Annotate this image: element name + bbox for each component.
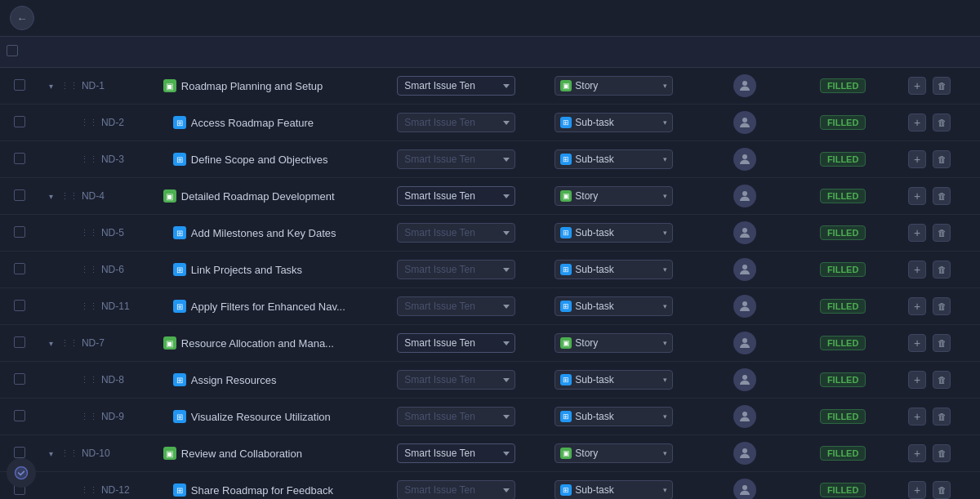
add-button[interactable]: + [908, 334, 926, 352]
row-checkbox[interactable] [14, 447, 25, 458]
drag-handle: ⋮⋮ [60, 191, 78, 202]
delete-button[interactable]: 🗑 [933, 187, 951, 205]
type-icon-subtask: ⊞ [173, 116, 186, 129]
row-checkbox[interactable] [14, 300, 25, 311]
project-select[interactable]: Smart Issue Ten [397, 480, 515, 499]
row-checkbox[interactable] [14, 226, 25, 238]
drag-handle: ⋮⋮ [60, 448, 78, 459]
back-button[interactable]: ← [10, 6, 34, 30]
avatar[interactable] [733, 479, 756, 499]
issue-type-selector[interactable]: ▣ Story ▾ [555, 186, 673, 206]
add-button[interactable]: + [908, 408, 926, 425]
issue-type-selector[interactable]: ⊞ Sub-task ▾ [555, 480, 673, 499]
delete-button[interactable]: 🗑 [933, 408, 951, 425]
node-id: ND-4 [82, 190, 105, 202]
add-button[interactable]: + [908, 187, 926, 205]
summary-text: Add Milestones and Key Dates [191, 227, 336, 239]
avatar-icon [737, 115, 752, 130]
avatar[interactable] [733, 258, 756, 281]
chevron-down-icon: ▾ [663, 412, 667, 421]
add-button[interactable]: + [908, 297, 926, 315]
table-row: ⋮⋮ ND-6 ⊞ Link Projects and Tasks Smart … [0, 252, 980, 288]
row-checkbox[interactable] [14, 263, 25, 274]
svg-point-0 [742, 81, 747, 86]
project-select[interactable]: Smart Issue Ten [397, 113, 515, 132]
issue-type-label: Sub-task [575, 117, 660, 128]
issue-type-selector[interactable]: ⊞ Sub-task ▾ [555, 407, 673, 426]
add-button[interactable]: + [908, 371, 926, 389]
avatar[interactable] [733, 185, 756, 207]
delete-button[interactable]: 🗑 [933, 224, 951, 242]
drag-handle: ⋮⋮ [80, 265, 98, 275]
delete-button[interactable]: 🗑 [933, 334, 951, 352]
avatar[interactable] [733, 368, 756, 391]
avatar[interactable] [733, 74, 756, 97]
row-checkbox[interactable] [14, 153, 25, 164]
project-select[interactable]: Smart Issue Ten [397, 333, 515, 353]
avatar[interactable] [733, 405, 756, 428]
collapse-icon[interactable]: ▾ [46, 190, 57, 202]
add-button[interactable]: + [908, 224, 926, 242]
actions-cell: + 🗑 [908, 297, 973, 315]
collapse-icon[interactable]: ▾ [46, 337, 57, 349]
delete-button[interactable]: 🗑 [933, 444, 951, 462]
project-select[interactable]: Smart Issue Ten [397, 260, 515, 279]
delete-button[interactable]: 🗑 [933, 261, 951, 278]
issue-type-selector[interactable]: ⊞ Sub-task ▾ [555, 149, 673, 169]
avatar[interactable] [733, 295, 756, 318]
row-checkbox[interactable] [14, 410, 25, 421]
issue-type-selector[interactable]: ⊞ Sub-task ▾ [555, 370, 673, 390]
add-button[interactable]: + [908, 77, 926, 95]
project-select[interactable]: Smart Issue Ten [397, 370, 515, 390]
issue-type-selector[interactable]: ▣ Story ▾ [555, 76, 673, 96]
avatar[interactable] [733, 442, 756, 465]
add-button[interactable]: + [908, 150, 926, 168]
issue-type-label: Sub-task [575, 227, 660, 238]
issue-type-selector[interactable]: ⊞ Sub-task ▾ [555, 260, 673, 279]
row-checkbox[interactable] [14, 79, 25, 91]
project-select[interactable]: Smart Issue Ten [397, 443, 515, 463]
row-checkbox[interactable] [14, 373, 25, 385]
project-select[interactable]: Smart Issue Ten [397, 296, 515, 316]
issue-type-selector[interactable]: ▣ Story ▾ [555, 443, 673, 463]
actions-cell: + 🗑 [908, 77, 973, 95]
project-select[interactable]: Smart Issue Ten [397, 149, 515, 169]
table-container: ▾ ⋮⋮ ND-1 ▣ Roadmap Planning and Setup S… [0, 37, 980, 499]
delete-button[interactable]: 🗑 [933, 297, 951, 315]
project-select[interactable]: Smart Issue Ten [397, 186, 515, 206]
avatar-icon [737, 372, 752, 387]
avatar-icon [737, 78, 752, 93]
svg-point-10 [742, 448, 747, 453]
delete-button[interactable]: 🗑 [933, 150, 951, 168]
type-icon-subtask: ⊞ [173, 373, 186, 386]
add-button[interactable]: + [908, 481, 926, 499]
issue-type-selector[interactable]: ⊞ Sub-task ▾ [555, 296, 673, 316]
avatar[interactable] [733, 111, 756, 134]
avatar[interactable] [733, 148, 756, 171]
project-select[interactable]: Smart Issue Ten [397, 407, 515, 426]
add-button[interactable]: + [908, 114, 926, 131]
svg-point-11 [742, 485, 747, 490]
avatar[interactable] [733, 221, 756, 244]
issue-type-selector[interactable]: ▣ Story ▾ [555, 333, 673, 353]
project-select[interactable]: Smart Issue Ten [397, 223, 515, 243]
select-all-checkbox[interactable] [7, 45, 18, 56]
add-button[interactable]: + [908, 261, 926, 278]
issue-type-selector[interactable]: ⊞ Sub-task ▾ [555, 113, 673, 132]
collapse-icon[interactable]: ▾ [46, 80, 57, 91]
row-checkbox[interactable] [14, 189, 25, 201]
row-checkbox[interactable] [14, 116, 25, 127]
delete-button[interactable]: 🗑 [933, 114, 951, 131]
row-checkbox[interactable] [14, 336, 25, 348]
delete-button[interactable]: 🗑 [933, 77, 951, 95]
delete-button[interactable]: 🗑 [933, 371, 951, 389]
issue-type-selector[interactable]: ⊞ Sub-task ▾ [555, 223, 673, 243]
issue-type-label: Sub-task [575, 374, 660, 385]
collapse-icon[interactable]: ▾ [46, 448, 57, 459]
avatar[interactable] [733, 332, 756, 354]
add-button[interactable]: + [908, 444, 926, 462]
chevron-down-icon: ▾ [663, 82, 667, 90]
delete-button[interactable]: 🗑 [933, 481, 951, 499]
drag-handle: ⋮⋮ [60, 338, 78, 349]
project-select[interactable]: Smart Issue Ten [397, 76, 515, 96]
